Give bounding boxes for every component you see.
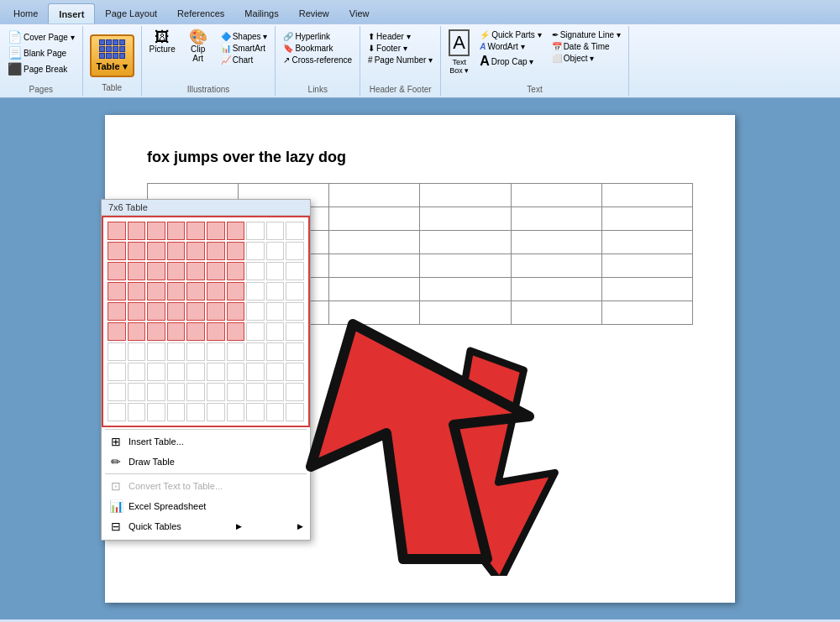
grid-cell[interactable] [227,363,245,381]
picture-button[interactable]: 🖼 Picture [145,28,180,55]
chart-button[interactable]: 📈 Chart [218,55,270,65]
grid-cell[interactable] [186,282,205,301]
grid-cell[interactable] [108,322,126,341]
grid-cell[interactable] [246,262,265,280]
tab-references[interactable]: References [167,3,234,24]
signature-line-button[interactable]: ✒ Signature Line ▾ [549,29,623,40]
grid-cell[interactable] [147,383,165,401]
grid-cell[interactable] [227,322,245,341]
grid-cell[interactable] [286,282,304,301]
page-number-button[interactable]: # Page Number ▾ [365,55,435,65]
grid-cell[interactable] [167,222,186,240]
grid-cell[interactable] [128,222,146,240]
grid-cell[interactable] [167,302,186,321]
tab-insert[interactable]: Insert [48,3,95,24]
draw-table-menu-item[interactable]: ✏ Draw Table [102,452,310,472]
drop-cap-button[interactable]: A Drop Cap ▾ [477,53,543,70]
grid-cell[interactable] [246,282,265,301]
text-box-button[interactable]: A TextBox ▾ [444,28,474,76]
grid-cell[interactable] [286,302,304,321]
grid-cell[interactable] [227,242,245,260]
grid-cell[interactable] [246,302,265,321]
tab-review[interactable]: Review [289,3,339,24]
tab-view[interactable]: View [339,3,380,24]
grid-cell[interactable] [246,363,265,381]
quick-tables-menu-item[interactable]: ⊟ Quick Tables ▶ [102,516,310,536]
date-time-button[interactable]: 📅 Date & Time [549,41,623,52]
grid-cell[interactable] [167,322,186,341]
grid-cell[interactable] [147,222,165,240]
grid-cell[interactable] [108,342,126,361]
table-button[interactable]: Table ▾ [90,34,134,77]
footer-button[interactable]: ⬇ Footer ▾ [365,43,435,54]
grid-cell[interactable] [207,242,225,260]
grid-cell[interactable] [108,222,126,240]
grid-cell[interactable] [108,302,126,321]
tab-mailings[interactable]: Mailings [234,3,288,24]
page-break-button[interactable]: ⬛ Page Break [5,61,77,76]
grid-cell[interactable] [128,302,146,321]
grid-cell[interactable] [128,322,146,341]
cover-page-button[interactable]: 📄 Cover Page ▾ [5,29,77,44]
grid-cell[interactable] [246,383,265,401]
grid-cell[interactable] [227,282,245,301]
grid-cell[interactable] [186,222,205,240]
grid-cell[interactable] [108,262,126,280]
grid-cell[interactable] [227,403,245,421]
grid-cell[interactable] [266,322,285,341]
grid-cell[interactable] [207,282,225,301]
grid-cell[interactable] [167,282,186,301]
grid-cell[interactable] [207,342,225,361]
grid-cell[interactable] [266,282,285,301]
header-button[interactable]: ⬆ Header ▾ [365,31,435,42]
grid-cell[interactable] [186,342,205,361]
object-button[interactable]: ⬜ Object ▾ [549,53,623,64]
grid-cell[interactable] [286,322,304,341]
grid-cell[interactable] [286,242,304,260]
grid-cell[interactable] [266,222,285,240]
convert-text-menu-item[interactable]: ⊡ Convert Text to Table... [102,476,310,496]
grid-cell[interactable] [286,403,304,421]
grid-cell[interactable] [147,262,165,280]
grid-cell[interactable] [167,363,186,381]
grid-cell[interactable] [147,363,165,381]
grid-cell[interactable] [186,302,205,321]
wordart-button[interactable]: A WordArt ▾ [477,41,543,52]
grid-cell[interactable] [186,242,205,260]
grid-cell[interactable] [108,282,126,301]
grid-cell[interactable] [246,222,265,240]
grid-cell[interactable] [227,262,245,280]
grid-cell[interactable] [207,322,225,341]
grid-cell[interactable] [128,282,146,301]
grid-cell[interactable] [186,363,205,381]
grid-cell[interactable] [186,322,205,341]
grid-cell[interactable] [147,242,165,260]
excel-spreadsheet-menu-item[interactable]: 📊 Excel Spreadsheet [102,496,310,516]
grid-cell[interactable] [266,383,285,401]
grid-cell[interactable] [128,262,146,280]
table-grid-selector[interactable] [102,216,310,427]
grid-cell[interactable] [147,322,165,341]
blank-page-button[interactable]: 📃 Blank Page [5,45,77,60]
grid-cell[interactable] [227,383,245,401]
grid-cell[interactable] [186,262,205,280]
grid-cell[interactable] [108,383,126,401]
grid-cell[interactable] [227,222,245,240]
insert-table-menu-item[interactable]: ⊞ Insert Table... [102,431,310,452]
grid-cell[interactable] [286,262,304,280]
grid-cell[interactable] [128,342,146,361]
grid-cell[interactable] [128,383,146,401]
quick-parts-button[interactable]: ⚡ Quick Parts ▾ [477,29,543,40]
grid-cell[interactable] [167,262,186,280]
grid-cell[interactable] [207,403,225,421]
cross-reference-button[interactable]: ↗ Cross-reference [281,55,354,65]
shapes-button[interactable]: 🔷 Shapes ▾ [218,31,270,42]
grid-cell[interactable] [108,363,126,381]
grid-cell[interactable] [246,403,265,421]
grid-cell[interactable] [266,242,285,260]
tab-page-layout[interactable]: Page Layout [95,3,167,24]
grid-cell[interactable] [227,302,245,321]
grid-cell[interactable] [147,282,165,301]
grid-cell[interactable] [167,383,186,401]
grid-cell[interactable] [108,242,126,260]
